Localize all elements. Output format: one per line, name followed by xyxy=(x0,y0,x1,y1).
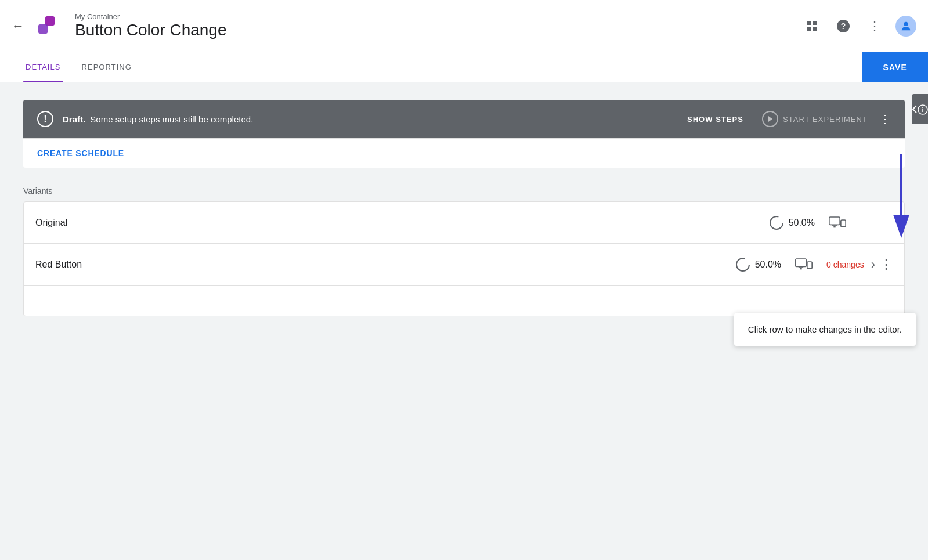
svg-rect-13 xyxy=(829,217,840,225)
avatar[interactable] xyxy=(895,16,916,37)
grid-icon xyxy=(806,20,818,32)
play-icon xyxy=(762,111,778,127)
banner-more-button[interactable]: ⋮ xyxy=(879,112,891,126)
draft-text: Draft. Some setup steps must still be co… xyxy=(63,114,687,124)
variant-row-red-button[interactable]: Red Button 50.0% 0 changes › ⋮ xyxy=(24,244,904,286)
svg-rect-19 xyxy=(807,262,812,269)
create-schedule-button[interactable]: CREATE SCHEDULE xyxy=(37,149,124,158)
app-logo xyxy=(34,12,63,41)
more-icon-button[interactable]: ⋮ xyxy=(864,16,885,37)
svg-rect-14 xyxy=(841,220,846,227)
variants-section: Variants Original 50.0% xyxy=(23,186,905,316)
svg-rect-0 xyxy=(45,16,55,26)
save-button[interactable]: SAVE xyxy=(862,52,928,82)
svg-point-17 xyxy=(736,258,749,271)
changes-count[interactable]: 0 changes xyxy=(826,260,864,269)
device-icon-red-button xyxy=(795,258,813,272)
svg-rect-1 xyxy=(38,24,48,34)
draft-banner-container: ! Draft. Some setup steps must still be … xyxy=(23,100,905,168)
percent-red-button: 50.0% xyxy=(755,259,781,270)
variant-name-red-button: Red Button xyxy=(35,259,735,270)
info-toggle-button[interactable]: i xyxy=(912,94,928,124)
variant-row-empty xyxy=(24,286,904,316)
help-icon-button[interactable]: ? xyxy=(833,16,854,37)
device-icon-original xyxy=(829,216,846,230)
tab-details[interactable]: DETAILS xyxy=(23,52,63,82)
header-actions: ? ⋮ xyxy=(801,16,916,37)
svg-rect-2 xyxy=(807,21,811,25)
tooltip-box: Click row to make changes in the editor. xyxy=(734,313,916,346)
svg-text:?: ? xyxy=(841,21,846,31)
header-divider xyxy=(63,12,63,41)
percent-original: 50.0% xyxy=(789,218,815,228)
variant-percent-original: 50.0% xyxy=(769,215,815,230)
variant-name-original: Original xyxy=(35,218,769,228)
header-title-block: My Container Button Color Change xyxy=(75,12,801,39)
traffic-icon-red-button xyxy=(735,257,750,272)
svg-marker-11 xyxy=(768,116,772,122)
avatar-icon xyxy=(900,20,912,32)
show-steps-button[interactable]: SHOW STEPS xyxy=(687,115,743,124)
traffic-icon-original xyxy=(769,215,784,230)
header-subtitle: My Container xyxy=(75,12,801,21)
help-icon: ? xyxy=(836,19,850,33)
draft-warning-icon: ! xyxy=(37,111,53,127)
chevron-left-icon xyxy=(912,104,918,114)
variants-table: Original 50.0% Red Button xyxy=(23,201,905,316)
svg-rect-5 xyxy=(813,27,817,31)
variants-label: Variants xyxy=(23,186,905,196)
svg-point-12 xyxy=(770,216,783,229)
svg-text:i: i xyxy=(922,106,923,113)
tooltip-text: Click row to make changes in the editor. xyxy=(748,324,902,334)
back-button[interactable]: ← xyxy=(12,19,24,34)
app-header: ← My Container Button Color Change ? ⋮ xyxy=(0,0,928,52)
grid-icon-button[interactable] xyxy=(801,16,822,37)
tabs-bar: DETAILS REPORTING SAVE xyxy=(0,52,928,82)
draft-banner: ! Draft. Some setup steps must still be … xyxy=(23,100,905,138)
svg-rect-18 xyxy=(796,259,806,266)
svg-rect-21 xyxy=(800,268,801,269)
main-content: i ! Draft. Some setup steps must still b… xyxy=(0,82,928,334)
svg-rect-4 xyxy=(807,27,811,31)
svg-rect-3 xyxy=(813,21,817,25)
tab-reporting[interactable]: REPORTING xyxy=(80,52,134,82)
svg-rect-16 xyxy=(833,226,835,227)
header-title: Button Color Change xyxy=(75,21,801,39)
variant-percent-red-button: 50.0% xyxy=(735,257,781,272)
start-experiment-button[interactable]: START EXPERIMENT xyxy=(762,111,868,127)
variant-more-button[interactable]: ⋮ xyxy=(880,257,893,272)
schedule-area: CREATE SCHEDULE xyxy=(23,138,905,168)
variant-row-original[interactable]: Original 50.0% xyxy=(24,202,904,244)
variant-chevron-button[interactable]: › xyxy=(871,257,875,272)
info-icon: i xyxy=(918,104,928,115)
svg-point-8 xyxy=(904,21,908,26)
